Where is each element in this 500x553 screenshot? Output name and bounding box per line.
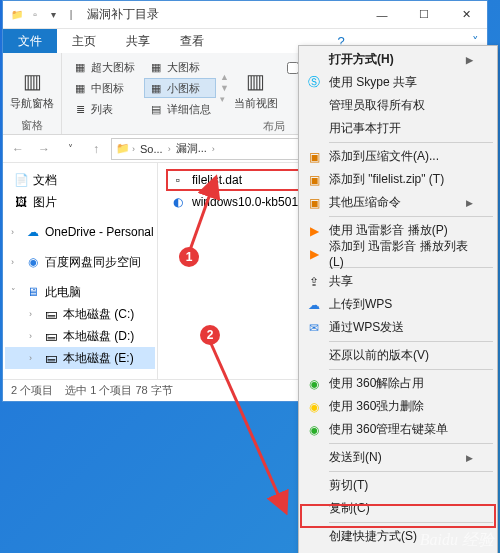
layout-expand-icon[interactable]: ▾	[220, 94, 229, 104]
menu-sendto[interactable]: 发送到(N)▶	[299, 446, 497, 469]
tree-pictures[interactable]: 🖼图片	[5, 191, 155, 213]
menu-open-with[interactable]: 打开方式(H)▶	[299, 48, 497, 71]
drive-icon: 🖴	[43, 306, 59, 322]
onedrive-icon: ☁	[25, 224, 41, 240]
menu-other-zip[interactable]: ▣其他压缩命令▶	[299, 191, 497, 214]
layout-small[interactable]: ▦小图标	[144, 78, 216, 98]
drive-icon: 🖴	[43, 328, 59, 344]
wps-icon: ✉	[305, 319, 323, 337]
annotation-badge-1: 1	[179, 247, 199, 267]
menu-xunlei-list[interactable]: ▶添加到 迅雷影音 播放列表(L)	[299, 242, 497, 265]
chevron-right-icon: ›	[212, 144, 215, 154]
up-button[interactable]: ↑	[85, 138, 107, 160]
qat-overflow-icon[interactable]: ▾	[45, 7, 61, 23]
status-selected: 选中 1 个项目 78 字节	[65, 383, 173, 398]
360-icon: ◉	[305, 421, 323, 439]
layout-details[interactable]: ▤详细信息	[144, 99, 216, 119]
minimize-button[interactable]: —	[361, 1, 403, 29]
share-icon: ⇪	[305, 273, 323, 291]
menu-separator	[329, 341, 493, 342]
tab-home[interactable]: 主页	[57, 29, 111, 53]
menu-separator	[329, 443, 493, 444]
close-button[interactable]: ✕	[445, 1, 487, 29]
menu-360-del[interactable]: ◉使用 360强力删除	[299, 395, 497, 418]
breadcrumb-seg[interactable]: So...	[137, 143, 166, 155]
chevron-right-icon: ›	[132, 144, 135, 154]
layout-scroll-up-icon[interactable]: ▲	[220, 72, 229, 82]
menu-cut[interactable]: 剪切(T)	[299, 474, 497, 497]
layout-icon: ▤	[149, 102, 163, 116]
current-view-icon: ▥	[242, 67, 270, 95]
menu-skype[interactable]: Ⓢ使用 Skype 共享	[299, 71, 497, 94]
file-icon: ▫	[170, 172, 186, 188]
watermark: Baidu 经验	[420, 530, 494, 551]
menu-wps-send[interactable]: ✉通过WPS发送	[299, 316, 497, 339]
nav-tree: 📄文档 🖼图片 ›☁OneDrive - Personal ›◉百度网盘同步空间…	[3, 163, 158, 379]
layout-icon: ▦	[73, 81, 87, 95]
maximize-button[interactable]: ☐	[403, 1, 445, 29]
chevron-right-icon[interactable]: ›	[29, 331, 39, 341]
layout-scroll-down-icon[interactable]: ▼	[220, 83, 229, 93]
chevron-right-icon[interactable]: ›	[11, 257, 21, 267]
chevron-right-icon[interactable]: ›	[29, 309, 39, 319]
menu-separator	[329, 216, 493, 217]
baidu-icon: ◉	[25, 254, 41, 270]
layout-list[interactable]: ≣列表	[68, 99, 140, 119]
ribbon-group-panes: ▥ 导航窗格 窗格	[3, 53, 62, 134]
chevron-right-icon[interactable]: ›	[29, 353, 39, 363]
layout-icon: ≣	[73, 102, 87, 116]
360-icon: ◉	[305, 398, 323, 416]
tree-onedrive[interactable]: ›☁OneDrive - Personal	[5, 221, 155, 243]
nav-pane-button[interactable]: ▥ 导航窗格	[9, 57, 55, 118]
menu-360-menu[interactable]: ◉使用 360管理右键菜单	[299, 418, 497, 441]
chevron-right-icon: ▶	[466, 453, 473, 463]
status-items: 2 个项目	[11, 383, 53, 398]
layout-icon: ▦	[73, 60, 87, 74]
menu-add-zip[interactable]: ▣添加到压缩文件(A)...	[299, 145, 497, 168]
menu-prev-versions[interactable]: 还原以前的版本(V)	[299, 344, 497, 367]
layout-large[interactable]: ▦大图标	[144, 57, 216, 77]
menu-share[interactable]: ⇪共享	[299, 270, 497, 293]
group-label-panes: 窗格	[9, 118, 55, 132]
layout-medium[interactable]: ▦中图标	[68, 78, 140, 98]
current-view-button[interactable]: ▥ 当前视图	[233, 57, 279, 119]
breadcrumb-seg[interactable]: 漏洞...	[173, 141, 210, 156]
tree-drive-d[interactable]: ›🖴本地磁盘 (D:)	[5, 325, 155, 347]
update-icon: ◐	[170, 194, 186, 210]
nav-pane-icon: ▥	[18, 67, 46, 95]
tab-file[interactable]: 文件	[3, 29, 57, 53]
tree-drive-e[interactable]: ›🖴本地磁盘 (E:)	[5, 347, 155, 369]
zip-icon: ▣	[305, 148, 323, 166]
chevron-down-icon[interactable]: ˅	[11, 287, 21, 297]
menu-wps-upload[interactable]: ☁上传到WPS	[299, 293, 497, 316]
tree-drive-c[interactable]: ›🖴本地磁盘 (C:)	[5, 303, 155, 325]
tab-share[interactable]: 共享	[111, 29, 165, 53]
nav-pane-label: 导航窗格	[10, 97, 54, 109]
tree-documents[interactable]: 📄文档	[5, 169, 155, 191]
menu-add-named-zip[interactable]: ▣添加到 "filelist.zip" (T)	[299, 168, 497, 191]
skype-icon: Ⓢ	[305, 74, 323, 92]
tree-baidu[interactable]: ›◉百度网盘同步空间	[5, 251, 155, 273]
menu-copy[interactable]: 复制(C)	[299, 497, 497, 520]
chevron-right-icon: ▶	[466, 198, 473, 208]
menu-separator	[329, 471, 493, 472]
tab-view[interactable]: 查看	[165, 29, 219, 53]
context-menu: 打开方式(H)▶ Ⓢ使用 Skype 共享 管理员取得所有权 用记事本打开 ▣添…	[298, 45, 498, 553]
menu-admin[interactable]: 管理员取得所有权	[299, 94, 497, 117]
props-icon[interactable]: ▫	[27, 7, 43, 23]
menu-separator	[329, 522, 493, 523]
folder-icon: 📁	[9, 7, 25, 23]
menu-360-scan[interactable]: ◉使用 360解除占用	[299, 372, 497, 395]
qat: 📁 ▫ ▾ |	[3, 7, 79, 23]
tree-thispc[interactable]: ˅🖥此电脑	[5, 281, 155, 303]
layout-icon: ▦	[149, 60, 163, 74]
recent-button[interactable]: ˅	[59, 138, 81, 160]
back-button[interactable]: ←	[7, 138, 29, 160]
chevron-right-icon[interactable]: ›	[11, 227, 21, 237]
menu-notepad[interactable]: 用记事本打开	[299, 117, 497, 140]
layout-extra-large[interactable]: ▦超大图标	[68, 57, 140, 77]
forward-button[interactable]: →	[33, 138, 55, 160]
chevron-right-icon: ▶	[466, 55, 473, 65]
titlebar: 📁 ▫ ▾ | 漏洞补丁目录 — ☐ ✕	[3, 1, 487, 29]
wps-icon: ☁	[305, 296, 323, 314]
